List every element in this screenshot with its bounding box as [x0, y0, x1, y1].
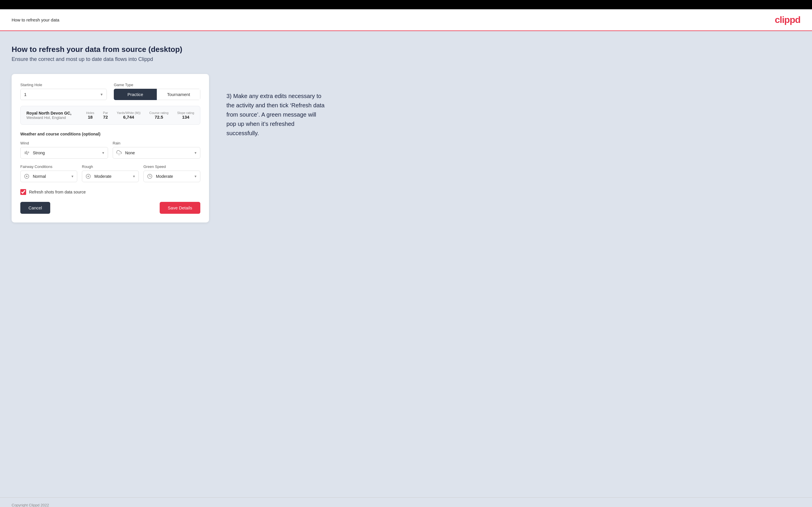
course-rating-stat: Course rating 72.5	[149, 111, 168, 119]
course-location: Westward Hol, England	[27, 115, 71, 120]
starting-hole-label: Starting Hole	[20, 83, 107, 87]
refresh-checkbox[interactable]	[20, 189, 26, 195]
fairway-icon	[20, 171, 33, 182]
rain-group: Rain None Light Heavy ▼	[113, 141, 200, 159]
rough-label: Rough	[82, 164, 139, 169]
refresh-checkbox-row: Refresh shots from data source	[20, 189, 200, 195]
rain-label: Rain	[113, 141, 200, 145]
course-rating-value: 72.5	[155, 115, 163, 119]
clippd-logo: clippd	[775, 14, 800, 25]
conditions-grid-bottom: Fairway Conditions Normal Soft Hard ▼	[20, 164, 200, 182]
fairway-group: Fairway Conditions Normal Soft Hard ▼	[20, 164, 77, 182]
content-layout: Starting Hole 1 10 ▼ Game Type Practice …	[12, 74, 800, 222]
yards-stat: Yards/White (M)) 6,744	[117, 111, 141, 119]
par-label: Par	[103, 111, 108, 115]
course-info: Royal North Devon GC, Westward Hol, Engl…	[27, 111, 71, 120]
game-type-label: Game Type	[114, 83, 200, 87]
form-panel: Starting Hole 1 10 ▼ Game Type Practice …	[12, 74, 209, 222]
save-button[interactable]: Save Details	[160, 202, 200, 214]
main-content: How to refresh your data from source (de…	[0, 31, 812, 497]
fairway-select-wrapper: Normal Soft Hard ▼	[20, 171, 77, 182]
practice-button[interactable]: Practice	[114, 89, 157, 100]
page-subheading: Ensure the correct and most up to date d…	[12, 56, 800, 62]
rough-group: Rough Moderate Light Heavy ▼	[82, 164, 139, 182]
conditions-grid-top: Wind Strong Light None ▼ Rain	[20, 141, 200, 159]
fairway-select[interactable]: Normal Soft Hard	[33, 171, 77, 181]
holes-value: 18	[88, 115, 93, 119]
top-form-row: Starting Hole 1 10 ▼ Game Type Practice …	[20, 83, 200, 100]
par-stat: Par 72	[103, 111, 108, 119]
green-speed-icon	[144, 171, 156, 182]
page-header: How to refresh your data clippd	[0, 9, 812, 31]
side-note: 3) Make any extra edits necessary to the…	[226, 74, 325, 138]
wind-select[interactable]: Strong Light None	[33, 148, 108, 158]
holes-label: Holes	[86, 111, 94, 115]
game-type-toggle: Practice Tournament	[114, 89, 200, 100]
slope-rating-label: Slope rating	[177, 111, 194, 115]
starting-hole-select[interactable]: 1 10	[20, 89, 107, 100]
button-row: Cancel Save Details	[20, 202, 200, 214]
yards-value: 6,744	[123, 115, 134, 119]
wind-icon	[20, 147, 33, 158]
fairway-label: Fairway Conditions	[20, 164, 77, 169]
side-note-text: 3) Make any extra edits necessary to the…	[226, 91, 325, 138]
cancel-button[interactable]: Cancel	[20, 202, 50, 214]
rain-icon	[113, 147, 125, 158]
slope-rating-value: 134	[182, 115, 189, 119]
rough-icon	[82, 171, 94, 182]
yards-label: Yards/White (M))	[117, 111, 141, 115]
tournament-button[interactable]: Tournament	[157, 89, 200, 100]
starting-hole-group: Starting Hole 1 10 ▼	[20, 83, 107, 100]
page-footer: Copyright Clippd 2022	[0, 497, 812, 507]
wind-group: Wind Strong Light None ▼	[20, 141, 108, 159]
wind-select-wrapper: Strong Light None ▼	[20, 147, 108, 159]
rough-select[interactable]: Moderate Light Heavy	[94, 171, 139, 181]
wind-label: Wind	[20, 141, 108, 145]
green-speed-select-wrapper: Moderate Fast Slow ▼	[143, 171, 200, 182]
rain-select[interactable]: None Light Heavy	[125, 148, 200, 158]
starting-hole-select-wrapper: 1 10 ▼	[20, 89, 107, 100]
green-speed-select[interactable]: Moderate Fast Slow	[156, 171, 200, 181]
refresh-label: Refresh shots from data source	[29, 190, 86, 194]
course-row: Royal North Devon GC, Westward Hol, Engl…	[20, 106, 200, 125]
green-speed-label: Green Speed	[143, 164, 200, 169]
rain-select-wrapper: None Light Heavy ▼	[113, 147, 200, 159]
course-name: Royal North Devon GC,	[27, 111, 71, 115]
green-speed-group: Green Speed Moderate Fast Slow ▼	[143, 164, 200, 182]
game-type-group: Game Type Practice Tournament	[114, 83, 200, 100]
rough-select-wrapper: Moderate Light Heavy ▼	[82, 171, 139, 182]
course-stats: Holes 18 Par 72 Yards/White (M)) 6,744 C…	[86, 111, 194, 119]
conditions-title: Weather and course conditions (optional)	[20, 132, 200, 136]
course-rating-label: Course rating	[149, 111, 168, 115]
page-heading: How to refresh your data from source (de…	[12, 45, 800, 54]
holes-stat: Holes 18	[86, 111, 94, 119]
header-title: How to refresh your data	[12, 17, 59, 22]
par-value: 72	[103, 115, 108, 119]
slope-rating-stat: Slope rating 134	[177, 111, 194, 119]
footer-text: Copyright Clippd 2022	[12, 503, 49, 507]
